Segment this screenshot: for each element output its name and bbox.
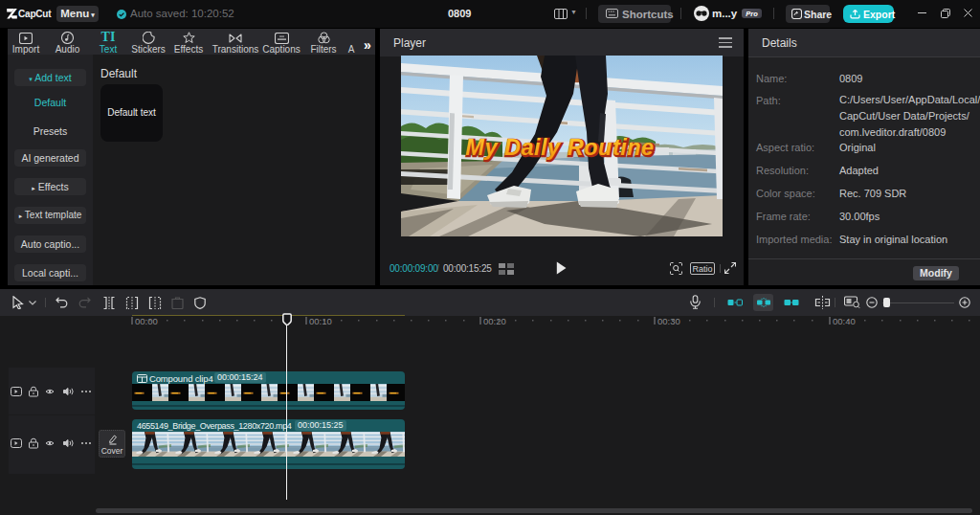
svg-text:00:30: 00:30 — [657, 316, 680, 326]
svg-text:00:10: 00:10 — [309, 316, 332, 326]
svg-text:00:20: 00:20 — [483, 316, 506, 326]
svg-text:00:40: 00:40 — [833, 316, 856, 326]
svg-text:00:00: 00:00 — [135, 316, 158, 326]
svg-text:My Daily Routine: My Daily Routine — [465, 135, 654, 160]
